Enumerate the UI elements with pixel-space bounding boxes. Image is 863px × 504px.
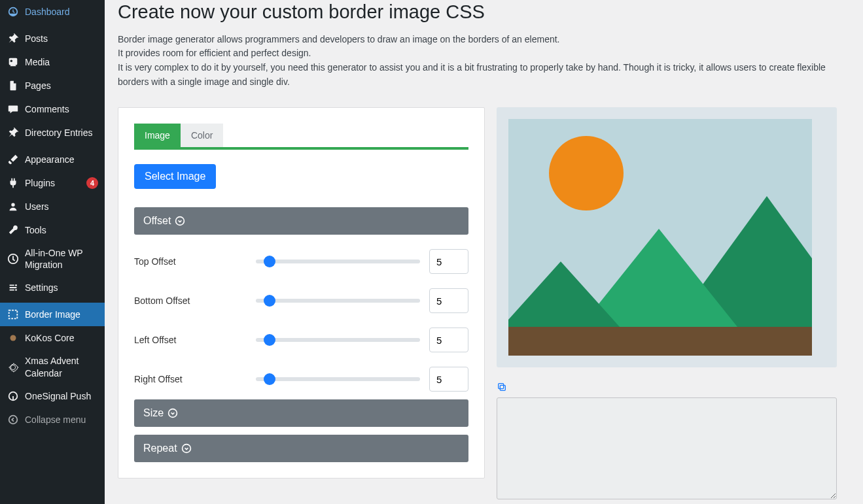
bottom-offset-slider[interactable] <box>256 299 420 303</box>
sidebar-item-label: Posts <box>25 33 98 44</box>
sidebar-item-aio-migration[interactable]: All-in-One WP Migration <box>0 242 105 276</box>
sidebar-item-label: Directory Entries <box>25 127 98 139</box>
sidebar-item-label: Tools <box>25 224 98 236</box>
sidebar-item-kokos-core[interactable]: KoKos Core <box>0 326 105 350</box>
left-offset-slider[interactable] <box>256 338 420 342</box>
row-bottom-offset: Bottom Offset <box>134 288 468 313</box>
gear-icon <box>7 361 20 374</box>
sidebar-item-label: Media <box>25 56 98 68</box>
preview-container <box>497 107 837 367</box>
controls-panel: Image Color Select Image Offset Top Offs… <box>118 107 485 479</box>
sidebar-item-plugins[interactable]: Plugins 4 <box>0 171 105 195</box>
svg-point-7 <box>176 217 185 226</box>
sidebar-item-label: Plugins <box>25 177 79 189</box>
border-icon <box>7 308 20 321</box>
sidebar-item-media[interactable]: Media <box>0 50 105 74</box>
svg-rect-3 <box>9 311 18 319</box>
sidebar-item-label: Users <box>25 201 98 212</box>
section-label: Repeat <box>143 443 177 454</box>
sidebar-item-label: Collapse menu <box>25 414 98 426</box>
sidebar-item-label: Dashboard <box>25 6 98 18</box>
svg-point-9 <box>182 445 190 453</box>
tab-color[interactable]: Color <box>181 124 223 147</box>
media-icon <box>7 56 20 69</box>
sidebar-item-border-image[interactable]: Border Image <box>0 303 105 326</box>
page-title: Create now your custom border image CSS <box>118 0 850 25</box>
pin-icon <box>7 126 20 139</box>
left-offset-input[interactable] <box>429 328 468 352</box>
section-label: Size <box>143 407 164 419</box>
slider-label: Top Offset <box>134 256 256 267</box>
intro-line: It is very complex to do it by yourself,… <box>118 62 826 87</box>
sidebar-item-label: Pages <box>25 80 98 92</box>
preview-image <box>508 119 812 356</box>
sidebar-item-label: Border Image <box>25 309 98 320</box>
brush-icon <box>7 153 20 166</box>
chevron-down-circle-icon <box>175 216 185 226</box>
sidebar-item-pages[interactable]: Pages <box>0 74 105 97</box>
ground-icon <box>508 327 812 356</box>
sidebar-item-onesignal[interactable]: OneSignal Push <box>0 384 105 408</box>
sidebar-item-appearance[interactable]: Appearance <box>0 148 105 171</box>
section-offset-header[interactable]: Offset <box>134 207 468 235</box>
copy-button[interactable] <box>497 382 508 394</box>
sidebar-item-label: Comments <box>25 103 98 115</box>
sidebar-item-posts[interactable]: Posts <box>0 27 105 50</box>
css-output[interactable] <box>497 397 837 499</box>
svg-point-4 <box>10 335 16 341</box>
right-offset-slider[interactable] <box>256 377 420 381</box>
tabs: Image Color <box>134 124 468 150</box>
slider-label: Right Offset <box>134 374 256 384</box>
settings-icon <box>7 281 20 294</box>
row-right-offset: Right Offset <box>134 367 468 392</box>
sidebar-item-dashboard[interactable]: Dashboard <box>0 0 105 24</box>
section-size-header[interactable]: Size <box>134 399 468 427</box>
sidebar-item-label: OneSignal Push <box>25 390 98 402</box>
sidebar-item-label: All-in-One WP Migration <box>25 247 98 271</box>
collapse-icon <box>7 413 20 426</box>
update-badge: 4 <box>86 177 98 189</box>
tools-icon <box>7 224 20 237</box>
sidebar-item-label: Appearance <box>25 154 98 165</box>
dot-icon <box>7 331 20 344</box>
sidebar-item-tools[interactable]: Tools <box>0 218 105 242</box>
top-offset-input[interactable] <box>429 249 468 274</box>
sidebar-item-directory-entries[interactable]: Directory Entries <box>0 121 105 144</box>
sidebar-item-users[interactable]: Users <box>0 195 105 218</box>
intro-text: Border image generator allows programmer… <box>118 33 850 90</box>
comments-icon <box>7 103 20 116</box>
row-left-offset: Left Offset <box>134 328 468 352</box>
sidebar-item-settings[interactable]: Settings <box>0 276 105 299</box>
preview-column <box>497 107 837 501</box>
sidebar-item-comments[interactable]: Comments <box>0 97 105 121</box>
svg-point-6 <box>9 415 18 424</box>
sidebar-item-label: KoKos Core <box>25 332 98 344</box>
plugin-icon <box>7 176 20 190</box>
chevron-down-circle-icon <box>167 408 178 418</box>
copy-icon <box>497 382 507 392</box>
sidebar-item-label: Settings <box>25 282 98 294</box>
svg-rect-10 <box>500 386 505 391</box>
slider-label: Left Offset <box>134 335 256 345</box>
right-offset-input[interactable] <box>429 367 468 392</box>
sidebar-item-xmas-advent[interactable]: Xmas Advent Calendar <box>0 350 105 384</box>
svg-point-8 <box>169 409 177 418</box>
row-top-offset: Top Offset <box>134 249 468 274</box>
admin-sidebar: Dashboard Posts Media Pages Comments Dir… <box>0 0 105 504</box>
mountain-icon <box>508 261 620 327</box>
onesignal-icon <box>7 390 20 403</box>
section-label: Offset <box>143 215 171 227</box>
intro-line: It provides room for efficient and perfe… <box>118 48 311 58</box>
aio-icon <box>7 252 20 265</box>
svg-rect-11 <box>499 384 504 389</box>
tab-image[interactable]: Image <box>134 124 181 147</box>
section-repeat-header[interactable]: Repeat <box>134 435 468 462</box>
sidebar-item-label: Xmas Advent Calendar <box>25 355 98 378</box>
main-content: Create now your custom border image CSS … <box>105 0 863 504</box>
intro-line: Border image generator allows programmer… <box>118 34 559 44</box>
bottom-offset-input[interactable] <box>429 288 468 313</box>
select-image-button[interactable]: Select Image <box>134 164 216 189</box>
top-offset-slider[interactable] <box>256 260 420 263</box>
chevron-down-circle-icon <box>181 443 192 454</box>
sidebar-item-collapse[interactable]: Collapse menu <box>0 408 105 431</box>
